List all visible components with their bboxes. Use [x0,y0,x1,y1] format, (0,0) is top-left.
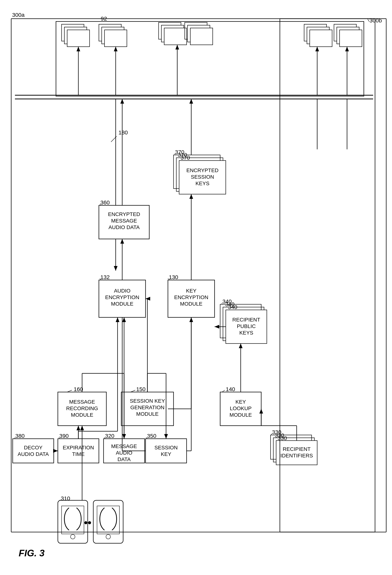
label-key-lookup: KEY [235,399,246,405]
label-session-key-gen: SESSION KEY [130,398,165,404]
label-enc-msg-audio2: MESSAGE [111,218,137,224]
ref-370c: 370 [181,155,190,161]
ref-160: 160 [74,386,83,392]
ref-390: 390 [59,433,69,439]
label-recip-pub-keys: RECIPIENT [232,317,260,323]
label-key-lookup3: MODULE [230,412,252,418]
label-recip-pub-keys3: KEYS [239,330,253,336]
ref-350: 350 [147,433,156,439]
label-recip-id2: IDENTIFIERS [280,453,313,458]
label-enc-sess-keys3: KEYS [196,181,209,186]
label-message-audio3: DATA [117,456,131,462]
svg-rect-17 [310,30,332,47]
label-message-recording2: RECORDING [66,406,98,411]
label-audio-enc: AUDIO [114,288,131,294]
label-key-lookup2: LOOKUP [230,406,252,411]
label-92: 92 [101,16,107,22]
label-session-key: SESSION [155,445,178,451]
label-message-recording: MESSAGE [69,399,95,405]
ref-140: 140 [226,386,235,392]
ref-132: 132 [100,274,110,280]
diagram-container: 300a 92 [0,0,392,575]
svg-rect-5 [67,30,90,47]
svg-rect-46 [13,439,54,463]
label-enc-sess-keys2: SESSION [191,174,214,180]
label-expiration: EXPIRATION [63,445,94,451]
label-decoy2: AUDIO DATA [18,451,49,457]
ref-380: 380 [15,433,25,439]
svg-rect-48 [58,439,99,463]
label-enc-sess-keys: ENCRYPTED [186,168,218,173]
label-message-recording3: MODULE [71,412,93,418]
label-300b: 300b [369,17,382,24]
label-session-key2: KEY [161,451,171,457]
label-recip-pub-keys2: PUBLIC [237,323,256,329]
label-300a: 300a [12,12,25,18]
label-expiration2: TIME [72,451,85,457]
svg-rect-11 [164,28,186,45]
label-key-enc3: MODULE [180,301,203,307]
label-key-enc2: ENCRYPTION [174,294,208,300]
label-decoy: DECOY [24,445,43,451]
ref-340c: 340 [228,304,237,310]
label-message-audio: MESSAGE [111,443,137,449]
ref-360: 360 [100,199,110,206]
label-enc-msg-audio: ENCRYPTED [108,211,140,217]
label-key-enc: KEY [186,288,196,294]
label-audio-enc3: MODULE [111,301,133,307]
ref-320: 320 [105,433,114,439]
svg-rect-52 [145,439,186,463]
svg-rect-14 [190,28,213,45]
label-session-key-gen2: GENERATION [130,405,164,410]
ref-310: 310 [61,495,70,502]
label-recip-id: RECIPIENT [283,446,310,452]
ref-330c: 330 [278,435,287,441]
label-session-key-gen3: MODULE [136,411,159,417]
figure-label: FIG. 3 [19,548,45,558]
ref-150: 150 [136,386,145,392]
svg-rect-20 [340,30,362,47]
ref-130: 130 [169,274,178,280]
label-audio-enc2: ENCRYPTION [105,294,139,300]
svg-point-75 [88,521,91,524]
svg-point-76 [84,521,87,524]
label-180: 180 [118,129,128,136]
svg-rect-8 [104,30,127,47]
label-enc-msg-audio3: AUDIO DATA [109,224,140,230]
